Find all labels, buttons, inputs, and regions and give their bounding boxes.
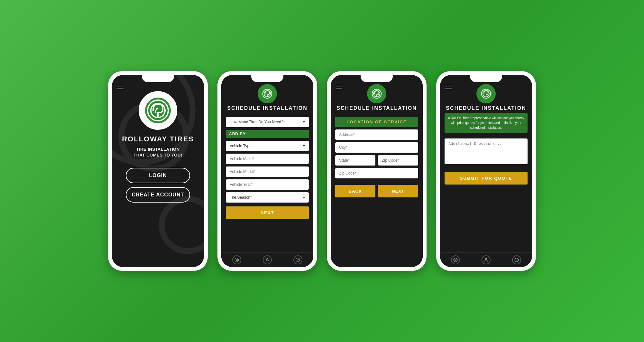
brand-name: ROLLOWAY TIRES — [122, 135, 194, 143]
vehicle-type-dropdown[interactable]: Vehicle Type ▾ — [226, 141, 309, 151]
hamburger-menu-3[interactable] — [336, 85, 342, 89]
schedule-screen-2: SCHEDULE INSTALLATION LOCATION OF SERVIC… — [331, 75, 423, 267]
svg-point-3 — [262, 88, 273, 100]
svg-point-10 — [298, 261, 298, 261]
svg-point-18 — [455, 259, 456, 261]
login-screen: ROLLOWAY TIRES TIRE INSTALLATIONTHAT COM… — [112, 75, 204, 267]
phone-schedule1: SCHEDULE INSTALLATION How Many Tires Do … — [217, 71, 317, 271]
submit-quote-button[interactable]: SUBMIT FOR QUOTE — [445, 172, 528, 185]
back-button[interactable]: BACK — [335, 185, 375, 197]
vehicle-make-input[interactable] — [226, 154, 309, 164]
brand-logo-sm — [261, 87, 274, 100]
back-next-row: BACK NEXT — [335, 185, 418, 197]
schedule-form: How Many Tires Do You Need?* ▾ ADD BY: V… — [221, 114, 313, 252]
svg-point-21 — [517, 261, 517, 261]
bottom-nav-4 — [440, 252, 532, 267]
location-header: LOCATION OF SERVICE — [335, 117, 418, 127]
screen4-header: SCHEDULE INSTALLATION A Roll On Tires Re… — [440, 75, 532, 135]
brand-logo-sm-3 — [370, 87, 383, 100]
bottom-nav — [221, 252, 313, 267]
tires-dropdown[interactable]: How Many Tires Do You Need?* ▾ — [226, 117, 309, 127]
phone-login: ROLLOWAY TIRES TIRE INSTALLATIONTHAT COM… — [108, 71, 208, 271]
chevron-down-icon-2: ▾ — [303, 144, 305, 148]
schedule-screen-1: SCHEDULE INSTALLATION How Many Tires Do … — [221, 75, 313, 267]
user-nav-icon-4[interactable] — [482, 255, 491, 264]
tire-nav-icon[interactable] — [232, 255, 241, 264]
svg-point-11 — [371, 88, 382, 100]
next-button-3[interactable]: NEXT — [378, 185, 418, 197]
hamburger-menu[interactable] — [117, 85, 124, 89]
hamburger-menu-4[interactable] — [445, 85, 452, 89]
schedule-screen-3: SCHEDULE INSTALLATION A Roll On Tires Re… — [440, 75, 532, 267]
svg-point-0 — [145, 98, 171, 123]
state-zip-row — [335, 155, 418, 166]
chevron-down-icon: ▾ — [303, 120, 305, 124]
help-nav-icon-4[interactable] — [512, 255, 521, 264]
svg-point-8 — [267, 258, 268, 260]
svg-point-17 — [454, 258, 457, 262]
svg-point-19 — [485, 258, 487, 260]
create-account-button[interactable]: CREATE ACCOUNT — [126, 187, 190, 203]
logo-small — [258, 84, 277, 103]
add-by-label: ADD BY: — [226, 130, 309, 138]
additional-questions-input[interactable] — [445, 138, 528, 164]
state-input[interactable] — [335, 155, 375, 166]
user-nav-icon[interactable] — [263, 255, 272, 264]
logo-small-4 — [476, 84, 496, 103]
next-button[interactable]: NEXT — [226, 206, 309, 219]
brand-logo — [143, 96, 172, 125]
login-button[interactable]: LOGIN — [126, 168, 190, 183]
schedule-title: SCHEDULE INSTALLATION — [227, 105, 307, 111]
zip-input-1[interactable] — [378, 155, 418, 166]
brand-logo-sm-4 — [480, 87, 492, 100]
tire-season-dropdown[interactable]: Tire Season* ▾ — [226, 192, 309, 203]
address-input[interactable] — [335, 129, 418, 140]
schedule-title-4: SCHEDULE INSTALLATION — [446, 105, 526, 111]
chevron-down-icon-3: ▾ — [303, 195, 305, 200]
location-form: LOCATION OF SERVICE BACK NEXT — [331, 114, 423, 267]
logo-small-3 — [367, 84, 386, 103]
svg-point-14 — [480, 88, 492, 100]
vehicle-year-input[interactable] — [226, 179, 309, 190]
phone-schedule2: SCHEDULE INSTALLATION LOCATION OF SERVIC… — [327, 71, 427, 271]
help-nav-icon[interactable] — [293, 255, 302, 264]
vehicle-model-input[interactable] — [226, 166, 309, 177]
zip-input-2[interactable] — [335, 168, 418, 178]
city-input[interactable] — [335, 142, 418, 153]
tagline: TIRE INSTALLATIONTHAT COMES TO YOU! — [133, 147, 182, 158]
info-box: A Roll On Tires Represenative will conta… — [445, 113, 528, 133]
logo-circle — [139, 91, 177, 130]
svg-point-6 — [235, 258, 239, 262]
phone-schedule3: SCHEDULE INSTALLATION A Roll On Tires Re… — [436, 71, 536, 271]
tire-nav-icon-4[interactable] — [451, 255, 460, 264]
schedule-title-3: SCHEDULE INSTALLATION — [336, 105, 417, 111]
screen2-header: SCHEDULE INSTALLATION — [221, 75, 313, 114]
quote-form: SUBMIT FOR QUOTE — [440, 135, 532, 252]
svg-point-7 — [236, 259, 237, 261]
screen3-header: SCHEDULE INSTALLATION — [331, 75, 423, 114]
